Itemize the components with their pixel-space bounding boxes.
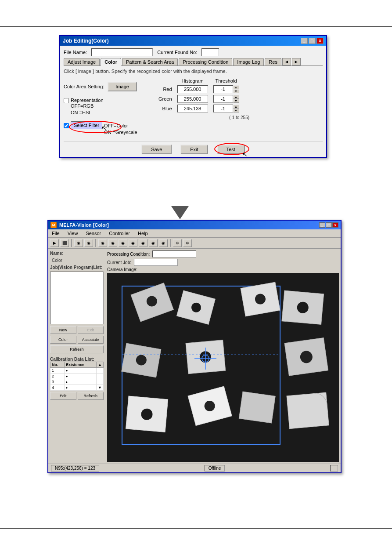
green-threshold-wrapper: ▲ ▼	[213, 95, 239, 103]
dialog-frame: Job Editing(Color) _ □ X File Name: Curr…	[59, 35, 327, 158]
representation-row: Representation OFF=RGB ON =HSI	[64, 98, 151, 116]
green-histogram-cell	[175, 94, 211, 104]
test-button[interactable]: Test	[217, 145, 245, 154]
vision-dialog-frame: M MELFA-Vision [Color] _ □ X File View S…	[47, 220, 342, 473]
menu-view[interactable]: View	[66, 230, 80, 236]
associate-button[interactable]: Associate	[78, 336, 104, 344]
file-name-input[interactable]	[91, 48, 153, 56]
maximize-button[interactable]: □	[309, 38, 316, 44]
job-list-box[interactable]	[50, 272, 104, 324]
edit-button[interactable]: Edit	[50, 392, 76, 400]
exit-button[interactable]: Exit	[180, 145, 208, 154]
current-job-input[interactable]	[134, 259, 178, 266]
tab-processing-condition[interactable]: Processing Condition	[179, 58, 232, 65]
green-threshold-input[interactable]	[213, 95, 233, 103]
vision-menubar: File View Sensor Controller Help	[48, 229, 341, 238]
table-row: Red ▲ ▼	[156, 84, 242, 94]
toolbar-btn-10[interactable]: ◉	[149, 239, 158, 247]
red-threshold-up[interactable]: ▲	[233, 85, 239, 89]
off-color-label: OFF=Color ON =Greyscale	[104, 123, 137, 136]
tabs-row: Adjust Image Color Pattern & Search Area…	[64, 58, 323, 66]
blue-threshold-input[interactable]	[213, 105, 233, 112]
tab-pattern-search[interactable]: Pattern & Search Area	[122, 58, 178, 65]
select-filter-container: Select Filter ↖	[71, 123, 102, 128]
dialog-titlebar: Job Editing(Color) _ □ X	[60, 36, 326, 46]
name-label-row: Name:	[50, 250, 104, 256]
toolbar-btn-12[interactable]: ⊕	[173, 239, 182, 247]
menu-sensor[interactable]: Sensor	[84, 230, 103, 236]
green-histogram-input[interactable]	[177, 95, 208, 103]
representation-label: Representation	[71, 98, 104, 103]
green-threshold-cell: ▲ ▼	[211, 94, 242, 104]
minimize-button[interactable]: _	[301, 38, 308, 44]
save-button[interactable]: Save	[141, 145, 172, 154]
toolbar-sep-1	[71, 239, 72, 247]
vision-maximize-btn[interactable]: □	[326, 222, 332, 228]
select-filter-label: Select Filter	[71, 121, 102, 129]
vision-titlebar: M MELFA-Vision [Color] _ □ X	[48, 221, 341, 229]
toolbar-btn-6[interactable]: ◉	[108, 239, 117, 247]
toolbar-btn-2[interactable]: ⬛	[60, 239, 69, 247]
exit2-button[interactable]: Exit	[78, 326, 104, 334]
red-threshold-down[interactable]: ▼	[233, 89, 239, 93]
toolbar-sep-3	[170, 239, 171, 247]
calib-exist-2: ▸	[65, 374, 97, 379]
blue-threshold-spinner: ▲ ▼	[233, 105, 239, 112]
test-btn-wrapper: Test ↖	[217, 145, 245, 154]
blue-histogram-input[interactable]	[177, 105, 208, 112]
red-histogram-cell	[175, 84, 211, 94]
menu-file[interactable]: File	[50, 230, 61, 236]
off-rgb-label: OFF=RGB ON =HSI	[71, 103, 104, 116]
vision-close-btn[interactable]: X	[332, 222, 338, 228]
calib-no-2: 2	[50, 374, 65, 379]
tab-res[interactable]: Res	[265, 58, 281, 65]
green-threshold-down[interactable]: ▼	[233, 99, 239, 103]
bottom-rule	[0, 528, 392, 529]
toolbar-btn-9[interactable]: ◉	[139, 239, 147, 247]
toolbar-btn-13[interactable]: ⊕	[183, 239, 192, 247]
tab-color[interactable]: Color	[101, 58, 121, 66]
toolbar-btn-1[interactable]: ▶	[50, 239, 59, 247]
name-value: Color	[52, 258, 62, 263]
toolbar-btn-3[interactable]: ◉	[74, 239, 83, 247]
tab-image-log[interactable]: Image Log	[233, 58, 264, 65]
current-found-input[interactable]: 0	[201, 48, 219, 56]
tab-prev-arrow[interactable]: ◄	[282, 58, 291, 65]
toolbar-btn-8[interactable]: ◉	[129, 239, 137, 247]
tab-next-arrow[interactable]: ►	[292, 58, 301, 65]
toolbar-btn-11[interactable]: ◉	[159, 239, 168, 247]
proc-cond-input[interactable]	[152, 250, 196, 258]
select-filter-checkbox[interactable]	[64, 123, 69, 128]
calib-refresh-button[interactable]: Refresh	[78, 392, 104, 400]
toolbar-btn-4[interactable]: ◉	[84, 239, 93, 247]
color-button[interactable]: Color	[50, 336, 76, 344]
red-threshold-input[interactable]	[213, 85, 233, 93]
green-threshold-up[interactable]: ▲	[233, 95, 239, 99]
camera-image-label: Camera Image:	[107, 267, 339, 272]
vision-minimize-btn[interactable]: _	[319, 222, 325, 228]
new-button[interactable]: New	[50, 326, 76, 334]
close-button[interactable]: X	[316, 38, 324, 44]
job-buttons-row: New Exit	[50, 326, 104, 334]
menu-controller[interactable]: Controller	[107, 230, 132, 236]
image-button[interactable]: Image	[108, 82, 137, 91]
melfa-vision-dialog: M MELFA-Vision [Color] _ □ X File View S…	[47, 220, 342, 473]
menu-help[interactable]: Help	[136, 230, 150, 236]
threshold-header: Threshold	[211, 77, 242, 84]
representation-checkbox[interactable]	[64, 98, 69, 103]
calib-no-4: 4	[50, 385, 65, 391]
name-label: Name:	[50, 251, 64, 256]
toolbar-btn-5[interactable]: ◉	[98, 239, 107, 247]
tab-adjust-image[interactable]: Adjust Image	[64, 58, 100, 65]
blue-threshold-up[interactable]: ▲	[233, 105, 239, 109]
camera-image-area	[107, 273, 339, 462]
calib-scroll-header[interactable]: ▲	[97, 362, 104, 368]
toolbar-btn-7[interactable]: ◉	[119, 239, 127, 247]
svg-rect-25	[287, 392, 329, 429]
vision-toolbar: ▶ ⬛ ◉ ◉ ◉ ◉ ◉ ◉ ◉ ◉ ◉ ⊕ ⊕	[48, 238, 341, 249]
test-cursor-icon: ↖	[242, 151, 248, 158]
refresh-button[interactable]: Refresh	[50, 345, 104, 353]
red-histogram-input[interactable]	[177, 85, 208, 93]
representation-label-wrapper: Representation OFF=RGB ON =HSI	[71, 98, 104, 116]
blue-threshold-down[interactable]: ▼	[233, 109, 239, 112]
